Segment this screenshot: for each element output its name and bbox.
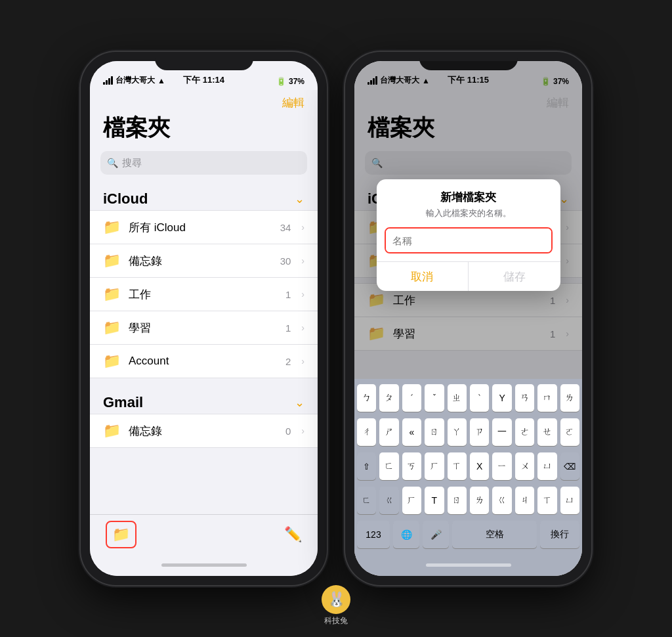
kb-key[interactable]: ㄅ xyxy=(357,384,376,412)
kb-key[interactable]: ㄩ xyxy=(560,487,579,514)
search-bar-left[interactable]: 🔍 搜尋 xyxy=(100,151,307,175)
kb-key[interactable]: X xyxy=(470,452,489,480)
kb-key[interactable]: ㄏ xyxy=(425,452,444,480)
folder-icon: 📁 xyxy=(103,319,121,336)
gmail-section-header[interactable]: Gmail ⌄ xyxy=(90,389,318,414)
kb-key[interactable]: ㄍ xyxy=(492,487,511,514)
dialog-title: 新增檔案夾 xyxy=(377,179,560,208)
home-indicator-right xyxy=(354,554,582,576)
kb-key[interactable]: ㄐ xyxy=(515,487,534,514)
kb-key[interactable]: ㄗ xyxy=(470,418,489,446)
kb-key[interactable]: T xyxy=(425,487,444,514)
edit-button-left[interactable]: 編輯 xyxy=(282,95,304,110)
kb-enter-key[interactable]: 換行 xyxy=(540,521,579,548)
folder-name: 備忘錄 xyxy=(129,424,278,439)
watermark-logo: 🐰 xyxy=(322,585,350,614)
list-item[interactable]: 📁 工作 1 › xyxy=(90,278,318,311)
kb-num-key[interactable]: 123 xyxy=(357,521,390,548)
gmail-chevron-icon: ⌄ xyxy=(295,395,304,410)
kb-space-key[interactable]: 空格 xyxy=(452,521,537,548)
kb-key[interactable]: ㄢ xyxy=(515,384,534,412)
folder-name-input-wrap xyxy=(385,227,553,253)
folder-count: 1 xyxy=(285,322,291,334)
kb-key[interactable]: ㄛ xyxy=(560,418,579,446)
kb-key[interactable]: ㄩ xyxy=(537,452,556,480)
kb-key[interactable]: ㄖ xyxy=(448,487,467,514)
home-bar xyxy=(426,563,511,567)
search-placeholder-left: 搜尋 xyxy=(122,157,142,169)
kb-key[interactable]: ㄓ xyxy=(448,384,467,412)
kb-key[interactable]: ˊ xyxy=(402,384,421,412)
list-item[interactable]: 📁 所有 iCloud 34 › xyxy=(90,211,318,244)
phone-comparison: 台灣大哥大 ▲ 下午 11:14 🔋 37% 編輯 檔案夾 🔍 搜尋 xyxy=(81,52,591,585)
kb-key[interactable]: ˋ xyxy=(470,384,489,412)
kb-key[interactable]: ㄖ xyxy=(425,418,444,446)
right-phone: 台灣大哥大 ▲ 下午 11:15 🔋 37% 編輯 檔案夾 🔍 xyxy=(345,52,591,585)
kb-key[interactable]: ㄌ xyxy=(470,487,489,514)
kb-key[interactable]: ㄎ xyxy=(402,452,421,480)
keyboard: ㄅ ㄆ ˊ ˇ ㄓ ˋ Y ㄢ ㄇ ㄌ ㄔ ㄕ « xyxy=(354,379,582,554)
kb-key[interactable]: ㄒ xyxy=(448,452,467,480)
folder-count: 0 xyxy=(285,426,291,437)
kb-key[interactable]: ㄔ xyxy=(357,418,376,446)
kb-key-delete[interactable]: ⌫ xyxy=(560,452,579,480)
list-item[interactable]: 📁 備忘錄 0 › xyxy=(90,414,318,447)
battery-icon: 🔋 xyxy=(276,77,286,86)
kb-bottom-row: 123 🌐 🎤 空格 換行 xyxy=(357,521,579,548)
kb-key[interactable]: ㄜ xyxy=(515,418,534,446)
kb-key-shift[interactable]: ⇧ xyxy=(357,452,376,480)
list-item[interactable]: 📁 Account 2 › xyxy=(90,345,318,378)
kb-key[interactable]: ㄆ xyxy=(379,384,398,412)
folder-count: 34 xyxy=(280,222,291,233)
new-folder-icon: 📁 xyxy=(112,526,130,542)
kb-key[interactable]: ㄕ xyxy=(379,418,398,446)
dialog-subtitle: 輸入此檔案夾的名稱。 xyxy=(377,208,560,227)
kb-mic-key[interactable]: 🎤 xyxy=(423,521,449,548)
kb-key[interactable]: ㄝ xyxy=(537,418,556,446)
dialog-actions: 取消 儲存 xyxy=(377,261,560,291)
watermark-text: 科技兔 xyxy=(324,615,348,626)
kb-key[interactable]: ㄈ xyxy=(357,487,376,514)
icloud-section-title: iCloud xyxy=(103,190,148,208)
list-item[interactable]: 📁 備忘錄 30 › xyxy=(90,244,318,278)
gmail-section-title: Gmail xyxy=(103,394,143,411)
watermark: 🐰 科技兔 xyxy=(322,585,350,626)
chevron-right-icon: › xyxy=(301,289,304,299)
kb-key[interactable]: 一 xyxy=(492,418,511,446)
icloud-section-header[interactable]: iCloud ⌄ xyxy=(90,185,318,210)
kb-key[interactable]: ˇ xyxy=(425,384,444,412)
kb-row-1: ㄅ ㄆ ˊ ˇ ㄓ ˋ Y ㄢ ㄇ ㄌ xyxy=(357,384,579,412)
dialog-save-button[interactable]: 儲存 xyxy=(469,262,560,291)
status-left: 台灣大哥大 ▲ xyxy=(103,75,165,86)
folder-count: 1 xyxy=(285,289,291,300)
kb-key[interactable]: ㄈ xyxy=(379,452,398,480)
kb-key[interactable]: Y xyxy=(492,384,511,412)
folder-name: 所有 iCloud xyxy=(129,220,272,235)
status-right: 🔋 37% xyxy=(276,77,304,86)
kb-key[interactable]: ㄏ xyxy=(402,487,421,514)
kb-key[interactable]: ㄚ xyxy=(448,418,467,446)
kb-key[interactable]: ㄇ xyxy=(537,384,556,412)
kb-globe-key[interactable]: 🌐 xyxy=(393,521,419,548)
compose-button[interactable]: ✏️ xyxy=(284,526,302,543)
kb-key[interactable]: ㄍ xyxy=(379,487,398,514)
new-folder-button[interactable]: 📁 xyxy=(106,521,136,548)
notch xyxy=(155,52,253,70)
kb-key[interactable]: ㄧ xyxy=(492,452,511,480)
home-bar xyxy=(161,563,247,567)
folder-icon: 📁 xyxy=(103,353,121,370)
dialog-cancel-button[interactable]: 取消 xyxy=(377,262,469,291)
kb-row-2: ㄔ ㄕ « ㄖ ㄚ ㄗ 一 ㄜ ㄝ ㄛ xyxy=(357,418,579,446)
carrier-label: 台灣大哥大 xyxy=(116,75,155,86)
list-item[interactable]: 📁 學習 1 › xyxy=(90,311,318,345)
chevron-right-icon: › xyxy=(301,426,304,436)
time-label: 下午 11:14 xyxy=(183,74,224,86)
kb-key[interactable]: ㄨ xyxy=(515,452,534,480)
battery-label: 37% xyxy=(289,77,304,86)
kb-key[interactable]: ㄒ xyxy=(537,487,556,514)
kb-key[interactable]: ㄌ xyxy=(560,384,579,412)
folder-name: 工作 xyxy=(129,287,278,302)
icloud-folder-list: 📁 所有 iCloud 34 › 📁 備忘錄 30 › 📁 工作 1 xyxy=(90,210,318,378)
kb-key[interactable]: « xyxy=(402,418,421,446)
folder-name-input[interactable] xyxy=(386,229,551,252)
